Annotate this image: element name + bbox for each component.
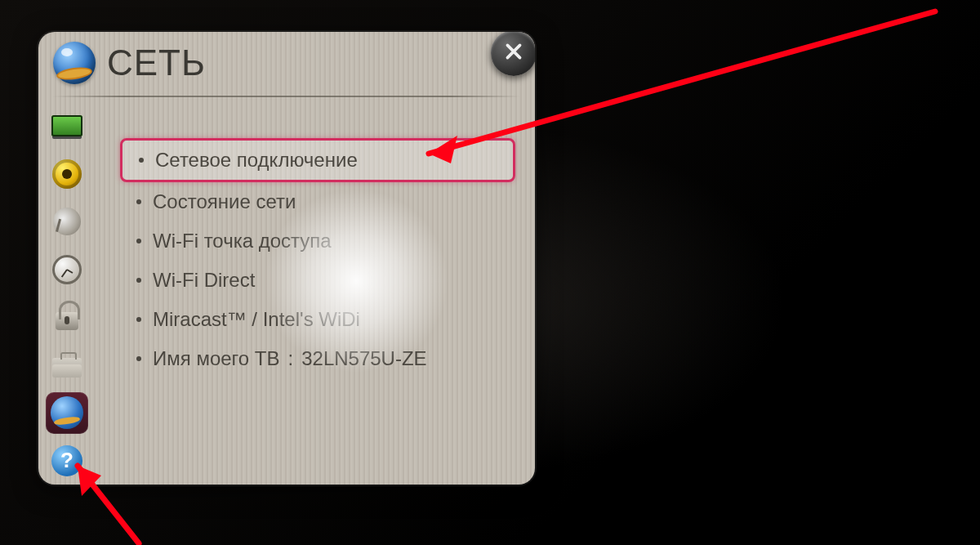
menu-item-miracast[interactable]: Miracast™ / Intel's WiDi [120,300,515,339]
sidebar-item-support[interactable]: ? [46,440,88,482]
settings-sidebar: ? [38,102,96,485]
title-bar: СЕТЬ [38,32,535,94]
bullet-icon [136,239,141,243]
bullet-icon [139,158,144,163]
bullet-icon [136,278,141,283]
bullet-icon [136,356,141,361]
close-button[interactable] [491,32,535,76]
sidebar-item-time[interactable] [46,249,88,291]
window-title: СЕТЬ [107,42,206,83]
title-separator [53,96,520,97]
menu-item-label: Wi-Fi точка доступа [153,230,332,252]
sidebar-item-option[interactable] [46,345,88,386]
menu-item-value: 32LN575U-ZE [301,347,426,370]
sidebar-item-network[interactable] [46,392,88,434]
menu-item-wifi-direct[interactable]: Wi-Fi Direct [120,261,515,300]
bullet-icon [136,317,141,322]
menu-item-label: Имя моего ТВ [153,347,280,370]
menu-item-network-status[interactable]: Состояние сети [120,182,515,221]
menu-item-label: Состояние сети [153,190,296,213]
sidebar-item-lock[interactable] [46,297,88,338]
network-settings-window: СЕТЬ ? Сетевое подключение Состояние сет… [38,32,535,485]
network-icon [53,42,96,84]
close-icon [503,41,524,65]
menu-item-wifi-hotspot[interactable]: Wi-Fi точка доступа [120,221,515,261]
lock-icon [56,312,78,330]
menu-list: Сетевое подключение Состояние сети Wi-Fi… [120,138,515,378]
menu-item-tv-name[interactable]: Имя моего ТВ : 32LN575U-ZE [120,339,515,378]
menu-item-label: Сетевое подключение [155,149,358,172]
menu-item-label: Miracast™ / Intel's WiDi [153,308,360,331]
satellite-dish-icon [49,203,85,239]
globe-icon [51,396,83,429]
bullet-icon [136,199,141,204]
speaker-icon [52,159,82,189]
briefcase-icon [52,358,82,377]
menu-item-label: Wi-Fi Direct [153,269,255,292]
sidebar-item-channel[interactable] [46,201,88,243]
menu-item-network-connection[interactable]: Сетевое подключение [120,138,515,182]
clock-icon [52,255,82,284]
help-icon: ? [51,445,82,476]
sidebar-item-picture[interactable] [46,105,88,147]
kv-separator: : [288,347,294,370]
tv-icon [51,115,82,136]
sidebar-item-sound[interactable] [46,154,88,195]
